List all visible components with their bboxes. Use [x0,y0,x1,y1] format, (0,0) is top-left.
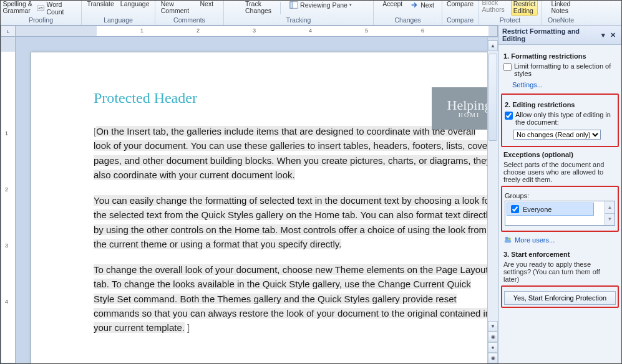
changes-next-button[interactable]: Next [410,1,434,9]
spelling-grammar-button[interactable]: Spelling & Grammar [4,1,31,14]
ribbon-group-onenote: Linked Notes OneNote [542,1,580,25]
editing-type-select[interactable]: No changes (Read only) [513,130,601,140]
linked-notes-button[interactable]: Linked Notes [550,1,572,14]
svg-text:ABC: ABC [38,7,44,10]
groups-label: Groups: [505,192,615,199]
track-changes-button[interactable]: Track Changes [245,1,271,14]
exceptions-desc: Select parts of the document and choose … [503,161,616,183]
document-area: L 1 2 3 4 5 6 1 2 3 4 [1,26,498,363]
groups-listbox[interactable]: Everyone ▲▼ [505,201,615,226]
settings-link[interactable]: Settings... [512,81,543,89]
paragraph-2[interactable]: You can easily change the formatting of … [94,193,487,251]
section-3-desc: Are you ready to apply these settings? (… [503,261,616,283]
paragraph-3[interactable]: To change the overall look of your docum… [94,262,487,335]
exceptions-title: Exceptions (optional) [503,151,616,158]
section-1-title: 1. Formatting restrictions [503,52,616,60]
scroll-thumb[interactable] [488,54,497,141]
scroll-down-button[interactable]: ▼ [488,321,498,332]
document-page[interactable]: Helping HOMI Protected Header [On the In… [31,52,487,363]
prev-page-button[interactable]: ◉ [488,332,498,342]
ribbon-group-changes: Accept Next Changes [374,1,442,25]
group-everyone-checkbox[interactable] [511,205,519,213]
ribbon-group-compare: Compare Compare [442,1,479,25]
ribbon-group-language: Translate Language Language [82,1,155,25]
users-icon [503,236,512,244]
language-button[interactable]: Language [120,1,150,7]
horizontal-ruler-row: L 1 2 3 4 5 6 [1,26,498,37]
listbox-scroll[interactable]: ▲▼ [605,201,615,225]
section-2-highlight: 2. Editing restrictions Allow only this … [501,93,619,147]
scroll-track[interactable] [488,51,498,321]
svg-point-5 [508,237,511,240]
ribbon-group-proofing: Spelling & Grammar ABC Word Count Proofi… [1,1,82,25]
word-count-button[interactable]: ABC Word Count [37,1,77,16]
pane-close-button[interactable]: ✕ [608,31,618,39]
groups-highlight: Groups: Everyone ▲▼ [501,186,619,232]
more-users-link[interactable]: More users... [515,236,555,244]
accept-button[interactable]: Accept [381,1,404,7]
start-enforcing-button[interactable]: Yes, Start Enforcing Protection [504,291,616,305]
next-page-button[interactable]: ◉ [488,353,498,363]
enforce-highlight: Yes, Start Enforcing Protection [501,285,619,308]
ribbon-group-comments: New Comment Next Comments [155,1,224,25]
svg-point-4 [505,237,508,240]
pane-title: Restrict Formatting and Editing [502,27,600,42]
restrict-editing-pane: Restrict Formatting and Editing ▾ ✕ 1. F… [498,26,621,363]
ribbon: Spelling & Grammar ABC Word Count Proofi… [1,1,621,26]
allow-editing-input[interactable] [505,112,513,120]
wordcount-icon: ABC [37,4,44,12]
ribbon-group-protect: Block Authors Restrict Editing Protect [479,1,542,25]
page-title: Protected Header [94,90,487,107]
section-3-title: 3. Start enforcement [503,251,616,258]
compare-button[interactable]: Compare [447,1,474,7]
allow-editing-checkbox[interactable]: Allow only this type of editing in the d… [505,111,615,126]
vertical-scrollbar[interactable]: ▲ ▼ ◉ ● ◉ [487,37,498,363]
block-authors-button[interactable]: Block Authors [482,0,505,13]
horizontal-ruler[interactable]: 1 2 3 4 5 6 [16,26,498,37]
svg-rect-6 [505,240,512,242]
group-everyone-item[interactable]: Everyone [507,203,594,216]
limit-formatting-checkbox[interactable]: Limit formatting to a selection of style… [503,62,616,77]
pane-menu-icon[interactable]: ▾ [600,31,607,39]
restrict-editing-button[interactable]: Restrict Editing [511,0,538,16]
new-comment-button[interactable]: New Comment [161,1,190,14]
scroll-up-button[interactable]: ▲ [488,41,498,51]
reviewing-pane-button[interactable]: Reviewing Pane ▾ [289,1,352,9]
workspace: L 1 2 3 4 5 6 1 2 3 4 [1,26,621,363]
vertical-ruler[interactable]: 1 2 3 4 [1,37,16,363]
pane-header: Restrict Formatting and Editing ▾ ✕ [498,26,621,45]
reviewing-pane-icon [289,1,298,9]
ribbon-group-tracking: Track Changes Reviewing Pane ▾ Tracking [224,1,374,25]
section-2-title: 2. Editing restrictions [505,101,615,108]
ruler-corner[interactable]: L [1,26,16,37]
logo-badge: Helping HOMI [432,87,487,130]
vertical-ruler-col: 1 2 3 4 [1,37,16,363]
comment-next-button[interactable]: Next [195,1,218,7]
next-arrow-icon [410,1,419,9]
paragraph-1[interactable]: [On the Insert tab, the galleries includ… [94,124,487,182]
svg-rect-3 [290,2,293,9]
document-scroll-area[interactable]: CTRL-A select entire dcument Helping HOM… [16,37,487,363]
limit-formatting-input[interactable] [503,63,512,71]
browse-object-button[interactable]: ● [488,342,498,353]
translate-button[interactable]: Translate [87,1,114,7]
